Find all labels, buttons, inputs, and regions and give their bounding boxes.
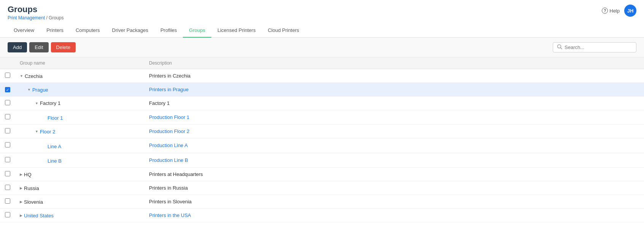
checkbox[interactable]	[5, 212, 10, 217]
breadcrumb-link[interactable]: Print Management	[8, 15, 45, 21]
row-description-cell: Printers in Russia	[144, 181, 644, 195]
help-circle-icon: ?	[602, 8, 608, 14]
row-name-cell: Floor 1	[15, 110, 144, 125]
tab-cloud-printers[interactable]: Cloud Printers	[262, 24, 305, 38]
row-name-cell: ▶HQ	[15, 168, 144, 181]
table-row[interactable]: ▼Floor 2Production Floor 2	[0, 125, 644, 138]
tab-computers[interactable]: Computers	[70, 24, 106, 38]
tab-overview[interactable]: Overview	[8, 24, 40, 38]
group-name: Slovenia	[24, 199, 43, 205]
group-name: Russia	[24, 185, 39, 191]
row-description-cell[interactable]: Production Floor 1	[144, 110, 644, 125]
col-description-header: Description	[144, 57, 644, 69]
checkbox[interactable]	[5, 142, 10, 147]
svg-line-1	[561, 48, 562, 49]
row-checkbox-cell	[0, 209, 15, 222]
group-name[interactable]: Line B	[48, 158, 62, 164]
checkbox[interactable]	[5, 198, 10, 204]
table-row[interactable]: Line BProduction Line B	[0, 153, 644, 168]
row-checkbox-cell	[0, 110, 15, 125]
page-title: Groups	[8, 5, 63, 14]
help-label: Help	[609, 8, 620, 14]
checkbox[interactable]	[5, 100, 10, 105]
checkbox[interactable]	[5, 185, 10, 190]
checkbox-checked[interactable]	[5, 87, 10, 92]
group-name[interactable]: Prague	[32, 87, 48, 93]
row-description-cell: Printers in Czechia	[144, 69, 644, 83]
row-checkbox-cell	[0, 195, 15, 209]
checkbox[interactable]	[5, 73, 10, 78]
tree-toggle-icon[interactable]: ▼	[35, 101, 38, 105]
search-icon	[557, 44, 562, 51]
table-row[interactable]: ▶SloveniaPrinters in Slovenia	[0, 195, 644, 209]
row-description-cell[interactable]: Printers in Prague	[144, 83, 644, 97]
row-description-cell[interactable]: Production Line B	[144, 153, 644, 168]
row-checkbox-cell	[0, 153, 15, 168]
table-row[interactable]: ▼PraguePrinters in Prague	[0, 83, 644, 97]
row-description-cell: Printers at Headquarters	[144, 168, 644, 181]
breadcrumb: Print Management / Groups	[8, 15, 63, 21]
tab-profiles[interactable]: Profiles	[154, 24, 183, 38]
group-name: HQ	[24, 172, 32, 177]
row-checkbox-cell	[0, 138, 15, 153]
group-name[interactable]: Line A	[48, 144, 61, 149]
header-left: Groups Print Management / Groups	[8, 5, 63, 21]
table-row[interactable]: Floor 1Production Floor 1	[0, 110, 644, 125]
search-input[interactable]	[565, 44, 632, 50]
table-row[interactable]: ▶HQPrinters at Headquarters	[0, 168, 644, 181]
row-checkbox-cell	[0, 125, 15, 138]
row-name-cell: ▼Floor 2	[15, 125, 144, 138]
group-name[interactable]: United States	[24, 213, 54, 219]
tree-toggle-icon[interactable]: ▼	[20, 74, 23, 78]
search-box[interactable]	[553, 42, 636, 52]
delete-button[interactable]: Delete	[51, 42, 76, 52]
toolbar-actions: Add Edit Delete	[8, 42, 76, 52]
row-name-cell: ▶Slovenia	[15, 195, 144, 209]
row-description-cell[interactable]: Production Line A	[144, 138, 644, 153]
table-row[interactable]: ▼Factory 1Factory 1	[0, 96, 644, 110]
row-name-cell: ▶Russia	[15, 181, 144, 195]
tab-licensed-printers[interactable]: Licensed Printers	[211, 24, 262, 38]
tree-toggle-icon[interactable]: ▼	[27, 88, 31, 92]
col-group-name-header: Group name	[15, 57, 144, 69]
tree-toggle-icon[interactable]: ▶	[20, 214, 22, 217]
tab-driver-packages[interactable]: Driver Packages	[106, 24, 154, 38]
row-checkbox-cell	[0, 83, 15, 97]
row-name-cell: Line A	[15, 138, 144, 153]
table-row[interactable]: ▶RussiaPrinters in Russia	[0, 181, 644, 195]
col-checkbox-header	[0, 57, 15, 69]
tree-toggle-icon[interactable]: ▶	[20, 200, 22, 204]
tree-toggle-icon[interactable]: ▼	[35, 130, 38, 133]
table-row[interactable]: ▼CzechiaPrinters in Czechia	[0, 69, 644, 83]
edit-button[interactable]: Edit	[29, 42, 48, 52]
nav-tabs: Overview Printers Computers Driver Packa…	[0, 24, 644, 38]
tree-toggle-icon[interactable]: ▶	[20, 173, 22, 176]
group-name: Czechia	[25, 73, 43, 79]
table-row[interactable]: ▶United StatesPrinters in the USA	[0, 209, 644, 222]
row-checkbox-cell	[0, 96, 15, 110]
tree-toggle-icon[interactable]: ▶	[20, 186, 22, 190]
toolbar: Add Edit Delete	[0, 38, 644, 57]
help-button[interactable]: ? Help	[602, 8, 620, 14]
add-button[interactable]: Add	[8, 42, 27, 52]
table-row[interactable]: Line AProduction Line A	[0, 138, 644, 153]
row-name-cell: ▼Factory 1	[15, 96, 144, 110]
group-name[interactable]: Floor 2	[40, 129, 55, 135]
tab-groups[interactable]: Groups	[183, 24, 211, 38]
checkbox[interactable]	[5, 114, 10, 119]
row-description-cell[interactable]: Production Floor 2	[144, 125, 644, 138]
checkbox[interactable]	[5, 157, 10, 162]
groups-table: Group name Description ▼CzechiaPrinters …	[0, 57, 644, 222]
checkbox[interactable]	[5, 128, 10, 133]
avatar[interactable]: JH	[624, 5, 636, 17]
row-name-cell: ▼Prague	[15, 83, 144, 97]
checkbox[interactable]	[5, 171, 10, 176]
row-checkbox-cell	[0, 181, 15, 195]
tab-printers[interactable]: Printers	[40, 24, 70, 38]
page-header: Groups Print Management / Groups ? Help …	[0, 0, 644, 21]
row-description-cell[interactable]: Printers in the USA	[144, 209, 644, 222]
row-name-cell: Line B	[15, 153, 144, 168]
header-right: ? Help JH	[602, 5, 636, 17]
group-name: Factory 1	[40, 100, 60, 106]
group-name[interactable]: Floor 1	[48, 115, 63, 121]
